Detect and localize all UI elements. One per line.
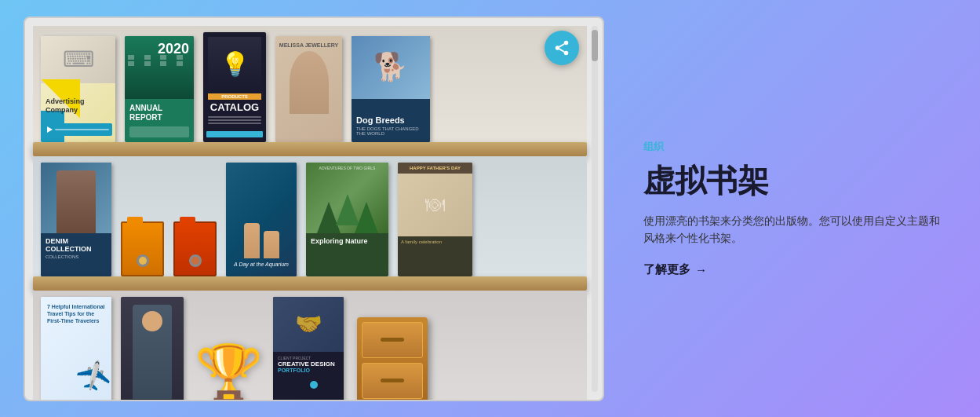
book-jewelry[interactable]: MELISSA JEWELLERY — [275, 36, 342, 142]
book-travel[interactable]: 7 Helpful International Travel Tips for … — [41, 297, 111, 401]
keyboard-icon: ⌨ — [63, 46, 94, 72]
portfolio-accent: PORTFOLIO — [278, 368, 339, 373]
portfolio-title-main: CREATIVE DESIGN — [278, 360, 339, 368]
figure-person-2 — [264, 231, 279, 258]
drawer-cabinet — [357, 317, 428, 401]
learn-more-arrow: → — [695, 263, 707, 276]
drawer-handle-bottom — [381, 379, 404, 382]
bookshelf-wrapper: ⌨ Advertising Company — [24, 16, 604, 401]
svg-line-3 — [559, 49, 564, 52]
folder-body-orange — [121, 221, 164, 276]
jewelry-name: MELISSA JEWELLERY — [279, 42, 338, 48]
play-triangle — [47, 126, 53, 133]
folder-ring-red — [189, 254, 202, 267]
denim-subtitle: COLLECTIONS — [46, 254, 107, 259]
dogs-title: Dog Breeds — [356, 115, 425, 125]
shelf-items-2: DENIM COLLECTION COLLECTIONS — [41, 156, 579, 291]
folder-tab-orange — [127, 217, 143, 223]
portfolio-photo: 🤝 — [273, 297, 344, 352]
folder-ring-orange — [137, 254, 149, 267]
svg-line-4 — [559, 43, 564, 46]
shelf-items-1: ⌨ Advertising Company — [41, 26, 579, 156]
book-catalog[interactable]: 💡 PRODUCTS CATALOG — [203, 32, 266, 142]
fathers-header: HAPPY FATHER'S DAY — [398, 163, 472, 174]
nature-trees — [306, 194, 388, 233]
nature-header: ADVENTURES OF TWO GIRLS — [309, 166, 385, 170]
lamp-area: 💡 — [208, 37, 261, 92]
jewelry-photo: MELISSA JEWELLERY — [275, 36, 342, 142]
portfolio-text: CLIENT PROJECT CREATIVE DESIGN PORTFOLIO — [273, 352, 344, 377]
folder-red[interactable] — [173, 174, 217, 276]
dogs-photo: 🐕 — [352, 36, 430, 99]
bookshelf-inner: ⌨ Advertising Company — [25, 18, 603, 400]
trophy-item: 🏆 — [193, 297, 264, 401]
book-portfolio[interactable]: 🤝 CLIENT PROJECT CREATIVE DESIGN PORTFOL… — [273, 297, 344, 401]
aquarium-caption: A Day at the Aquarium — [234, 262, 289, 267]
info-panel: 组织 虚拟书架 使用漂亮的书架来分类您的出版物。您可以使用自定义主题和风格来个性… — [628, 116, 956, 302]
book-person[interactable] — [121, 297, 184, 401]
scroll-dot — [310, 381, 318, 389]
fathers-subtitle: A family celebration — [401, 240, 469, 244]
dogs-overlay: Dog Breeds THE DOGS THAT CHANGED THE WOR… — [352, 109, 430, 142]
learn-more-text: 了解更多 — [643, 262, 690, 277]
learn-more-link[interactable]: 了解更多 → — [643, 262, 941, 277]
fathers-title-area: A family celebration — [398, 236, 472, 247]
tree-3 — [355, 202, 378, 233]
hands-icon: 🤝 — [295, 311, 322, 337]
scrollbar-thumb — [592, 30, 598, 61]
person-figure — [133, 305, 172, 399]
products-label: PRODUCTS — [208, 93, 261, 100]
book-advertising[interactable]: ⌨ Advertising Company — [41, 36, 115, 142]
window-cell — [144, 55, 151, 60]
denim-title: DENIM COLLECTION — [46, 237, 107, 253]
travel-photo: 7 Helpful International Travel Tips for … — [41, 297, 111, 401]
fathers-header-text: HAPPY FATHER'S DAY — [401, 166, 469, 170]
travel-title: 7 Helpful International Travel Tips for … — [47, 303, 105, 324]
folder-orange[interactable] — [121, 174, 164, 276]
catalog-lines — [208, 116, 261, 124]
catalog-line-3 — [208, 123, 261, 124]
figure-person-1 — [244, 223, 260, 258]
trophy-icon: 🏆 — [195, 346, 263, 401]
advertising-title: Advertising Company — [46, 97, 111, 115]
jewelry-person — [290, 51, 329, 114]
svg-point-1 — [556, 46, 560, 50]
fathers-photo: 🍽 — [398, 174, 472, 236]
nature-title: Exploring Nature — [311, 237, 384, 245]
window-cell — [128, 55, 134, 60]
book-fathers[interactable]: HAPPY FATHER'S DAY 🍽 A family celebratio… — [398, 163, 472, 276]
shelf-row-2: DENIM COLLECTION COLLECTIONS — [33, 156, 587, 291]
drawer-box-bottom — [362, 363, 423, 399]
annual-year: 2020 — [158, 41, 189, 57]
catalog-line-1 — [208, 116, 261, 118]
nature-photo: ADVENTURES OF TWO GIRLS — [306, 163, 388, 233]
aquarium-figures — [244, 223, 279, 258]
svg-point-0 — [564, 40, 569, 45]
table-scene-icon: 🍽 — [425, 193, 445, 216]
folder-tab-red — [180, 217, 195, 223]
book-dogs[interactable]: 🐕 Dog Breeds THE DOGS THAT CHANGED THE W… — [352, 36, 430, 142]
annual-badge — [129, 126, 189, 137]
catalog-title: CATALOG — [210, 101, 259, 113]
denim-text: DENIM COLLECTION COLLECTIONS — [41, 233, 111, 276]
book-nature[interactable]: ADVENTURES OF TWO GIRLS Exploring Nature — [306, 163, 388, 276]
share-icon — [553, 39, 570, 57]
dog-icon: 🐕 — [373, 51, 408, 83]
denim-person — [56, 170, 96, 233]
share-button[interactable] — [545, 31, 579, 65]
catalog-line-2 — [208, 119, 261, 121]
building-image: 2020 — [125, 36, 194, 99]
description: 使用漂亮的书架来分类您的出版物。您可以使用自定义主题和风格来个性化书架。 — [643, 212, 941, 247]
keyboard-image: ⌨ — [41, 36, 115, 83]
book-aquarium[interactable]: A Day at the Aquarium — [226, 163, 297, 276]
folder-body-red — [173, 221, 217, 276]
book-annual[interactable]: 2020 ANNUAL REPORT — [125, 36, 194, 142]
drawer-handle-top — [381, 338, 404, 342]
book-denim[interactable]: DENIM COLLECTION COLLECTIONS — [41, 163, 111, 276]
main-container: ⌨ Advertising Company — [0, 0, 980, 417]
plane-icon: ✈️ — [74, 358, 111, 397]
drawer-box-top — [362, 322, 423, 358]
aquarium-photo: A Day at the Aquarium — [226, 163, 297, 276]
bookshelf-scrollbar[interactable] — [592, 26, 598, 392]
window-cell — [128, 61, 134, 66]
